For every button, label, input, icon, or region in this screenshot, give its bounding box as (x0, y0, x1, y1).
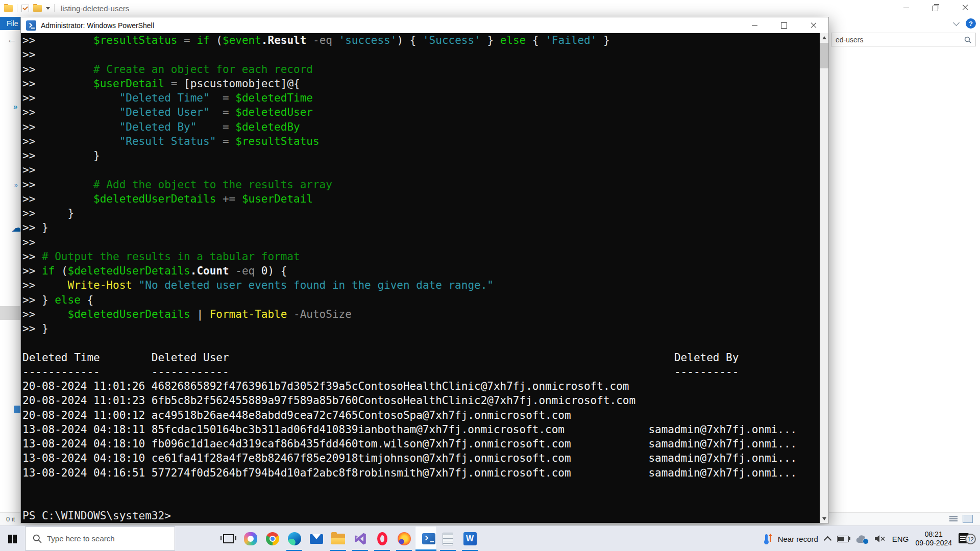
clock-time: 08:21 (915, 530, 952, 539)
edge-icon (288, 532, 301, 545)
notification-center-button[interactable]: 12 (959, 532, 976, 545)
windows-logo-icon (8, 535, 17, 543)
back-button[interactable]: ← (7, 34, 17, 45)
volume-muted-icon[interactable] (874, 535, 886, 543)
notification-badge: 12 (965, 534, 976, 544)
taskbar-search-input[interactable]: Type here to search (25, 527, 175, 550)
notepad-icon (443, 533, 453, 545)
quick-access-chevron-icon[interactable]: » (13, 102, 17, 111)
separator (17, 4, 17, 12)
copilot-button[interactable] (239, 526, 261, 551)
chrome-button[interactable] (261, 526, 283, 551)
system-tray: Near record ENG 08:21 09-09-2024 12 (763, 526, 976, 551)
qat-properties-icon[interactable] (21, 5, 29, 12)
visual-studio-button[interactable] (349, 526, 371, 551)
battery-icon[interactable] (837, 536, 849, 542)
mail-button[interactable] (305, 526, 327, 551)
scroll-up-icon[interactable] (820, 33, 828, 42)
explorer-restore-button[interactable] (921, 0, 950, 15)
file-explorer-button[interactable] (327, 526, 349, 551)
chrome-icon (266, 532, 279, 545)
search-icon (33, 534, 42, 543)
copilot-icon (244, 532, 257, 545)
powershell-taskbar-button[interactable] (415, 526, 437, 551)
powershell-icon (26, 20, 36, 31)
search-placeholder: Type here to search (47, 534, 115, 543)
weather-widget[interactable]: Near record (763, 533, 818, 545)
powershell-window-title: Administrator: Windows PowerShell (41, 21, 740, 30)
onedrive-tray-icon[interactable] (855, 535, 868, 543)
qat-new-folder-icon[interactable] (33, 5, 42, 12)
explorer-window-title: listing-deleted-users (61, 4, 129, 13)
thermometer-icon (763, 533, 774, 545)
powershell-maximize-button[interactable] (769, 17, 799, 33)
weather-label: Near record (778, 535, 818, 543)
notepad-button[interactable] (437, 526, 459, 551)
minimize-ribbon-icon[interactable] (953, 19, 960, 26)
nav-folder-icon[interactable] (14, 406, 20, 413)
explorer-help-button[interactable]: ? (966, 18, 976, 29)
start-button[interactable] (0, 526, 24, 551)
opera-icon (377, 532, 387, 545)
powershell-window-controls (740, 17, 828, 33)
explorer-window-controls (891, 0, 980, 15)
desktop: listing-deleted-users File ? ← ed-users … (0, 0, 980, 551)
powershell-minimize-button[interactable] (740, 17, 769, 33)
tray-overflow-icon[interactable] (824, 536, 832, 544)
powershell-icon (422, 533, 435, 544)
details-view-toggle-icon[interactable] (948, 515, 959, 523)
explorer-titlebar: listing-deleted-users (0, 0, 980, 16)
powershell-titlebar[interactable]: Administrator: Windows PowerShell (21, 17, 828, 33)
clock[interactable]: 08:21 09-09-2024 (915, 530, 952, 547)
file-explorer-icon (331, 534, 345, 544)
explorer-quick-access-toolbar: listing-deleted-users (4, 3, 129, 14)
nav-selected-item[interactable] (0, 306, 20, 320)
thumbnail-view-toggle-icon[interactable] (963, 515, 973, 523)
taskbar: Type here to search W (0, 525, 980, 551)
firefox-icon (398, 532, 411, 545)
powershell-close-button[interactable] (799, 17, 828, 33)
item-count-label: 0 it (6, 515, 20, 523)
task-view-button[interactable] (217, 526, 239, 551)
powershell-window: Administrator: Windows PowerShell >> $re… (20, 17, 829, 523)
firefox-button[interactable] (393, 526, 415, 551)
sync-badge-icon (863, 538, 869, 544)
edge-button[interactable] (283, 526, 305, 551)
language-indicator[interactable]: ENG (892, 535, 909, 543)
scrollbar-thumb[interactable] (820, 43, 828, 68)
explorer-search-text: ed-users (836, 36, 863, 44)
search-icon (964, 36, 971, 43)
nav-item-icon[interactable]: » (14, 182, 18, 189)
explorer-close-button[interactable] (950, 0, 980, 15)
explorer-search-box[interactable]: ed-users (831, 33, 976, 46)
qat-dropdown-icon[interactable] (46, 7, 50, 10)
visual-studio-icon (354, 532, 367, 545)
word-icon: W (463, 532, 477, 545)
explorer-window-icon (4, 5, 13, 12)
clock-date: 09-09-2024 (915, 539, 952, 547)
taskbar-apps: W (217, 526, 481, 551)
separator (54, 4, 55, 12)
console-scrollbar[interactable] (820, 33, 828, 523)
scroll-down-icon[interactable] (820, 514, 828, 523)
task-view-icon (223, 534, 234, 543)
console-output[interactable]: >> $resultStatus = if ($event.Result -eq… (21, 33, 820, 523)
word-button[interactable]: W (459, 526, 481, 551)
opera-button[interactable] (371, 526, 393, 551)
mail-icon (310, 534, 323, 544)
explorer-minimize-button[interactable] (891, 0, 921, 15)
